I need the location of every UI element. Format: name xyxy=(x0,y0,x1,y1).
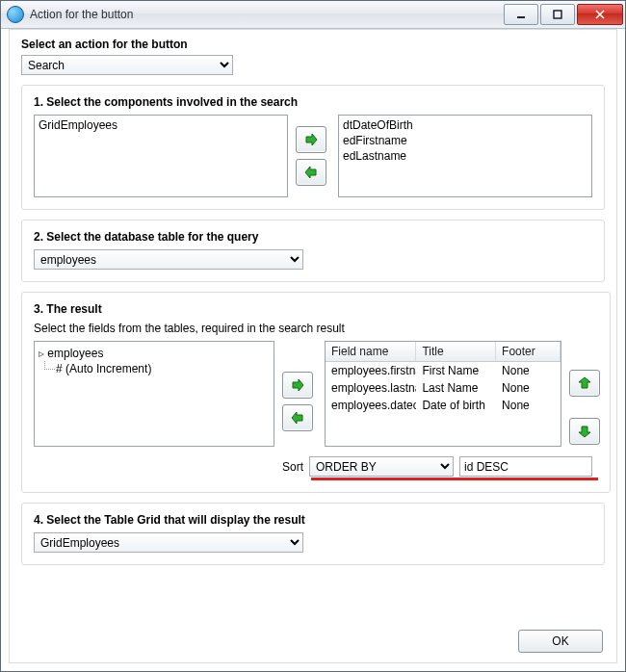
table-row[interactable]: employees.dateofbirth Date of birth None xyxy=(326,397,561,414)
section-components: 1. Select the components involved in the… xyxy=(21,85,605,210)
section3-note: Select the fields from the tables, requi… xyxy=(34,322,598,335)
cell-field: employees.dateofbirth xyxy=(326,397,416,414)
table-header: Field name Title Footer xyxy=(326,342,561,362)
col-title: Title xyxy=(416,342,496,361)
remove-field-button[interactable] xyxy=(282,404,313,431)
sort-clause-select[interactable]: ORDER BY xyxy=(309,456,454,477)
svg-rect-1 xyxy=(554,11,561,18)
section4-title: 4. Select the Table Grid that will displ… xyxy=(34,513,592,527)
minimize-button[interactable] xyxy=(504,4,538,25)
cell-title: Date of birth xyxy=(416,397,496,414)
col-footer: Footer xyxy=(496,342,561,361)
section1-title: 1. Select the components involved in the… xyxy=(34,95,592,109)
sort-value-input[interactable] xyxy=(459,456,592,477)
cell-field: employees.lastname xyxy=(326,379,416,397)
svg-rect-0 xyxy=(517,16,525,18)
cell-title: First Name xyxy=(416,362,496,379)
maximize-button[interactable] xyxy=(540,4,575,25)
tree-node-employees[interactable]: employees xyxy=(39,346,270,361)
add-field-button[interactable] xyxy=(282,372,313,399)
dialog-window: Action for the button Select an action f… xyxy=(0,0,626,672)
section-target-grid: 4. Select the Table Grid that will displ… xyxy=(21,503,605,565)
db-table-select[interactable]: employees xyxy=(34,249,303,270)
client-area: Select an action for the button Search 1… xyxy=(9,29,617,663)
section-db-table: 2. Select the database table for the que… xyxy=(21,220,605,282)
titlebar: Action for the button xyxy=(1,1,625,29)
selected-components-list[interactable]: dtDateOfBirth edFirstname edLastname xyxy=(338,115,592,197)
close-button[interactable] xyxy=(577,4,623,25)
cell-title: Last Name xyxy=(416,379,496,397)
move-up-button[interactable] xyxy=(569,370,600,397)
table-row[interactable]: employees.firstname First Name None xyxy=(326,362,561,379)
cell-field: employees.firstname xyxy=(326,362,416,379)
move-down-button[interactable] xyxy=(569,418,600,445)
tree-node-auto-increment[interactable]: # (Auto Increment) xyxy=(39,361,270,376)
available-components-list[interactable]: GridEmployees xyxy=(34,115,288,197)
section-result: 3. The result Select the fields from the… xyxy=(21,292,611,493)
sort-label: Sort xyxy=(282,460,303,474)
table-body: employees.firstname First Name None empl… xyxy=(326,362,561,446)
list-item[interactable]: GridEmployees xyxy=(39,117,283,133)
table-row[interactable]: employees.lastname Last Name None xyxy=(326,379,561,397)
list-item[interactable]: dtDateOfBirth xyxy=(343,117,587,133)
move-right-button[interactable] xyxy=(296,126,326,153)
ok-button[interactable]: OK xyxy=(518,630,603,653)
fields-tree[interactable]: employees # (Auto Increment) xyxy=(34,341,274,447)
cell-footer: None xyxy=(496,362,561,379)
cell-footer: None xyxy=(496,397,561,414)
move-left-button[interactable] xyxy=(296,159,326,186)
section3-title: 3. The result xyxy=(34,302,598,316)
app-icon xyxy=(7,6,24,23)
result-fields-table[interactable]: Field name Title Footer employees.firstn… xyxy=(325,341,561,447)
list-item[interactable]: edFirstname xyxy=(343,133,587,148)
target-grid-select[interactable]: GridEmployees xyxy=(34,532,303,553)
action-select[interactable]: Search xyxy=(21,55,233,75)
col-field: Field name xyxy=(326,342,416,361)
highlight-underline xyxy=(311,478,598,480)
section2-title: 2. Select the database table for the que… xyxy=(34,230,592,244)
cell-footer: None xyxy=(496,379,561,397)
list-item[interactable]: edLastname xyxy=(343,148,587,164)
select-action-label: Select an action for the button xyxy=(21,38,605,51)
window-title: Action for the button xyxy=(30,8,502,21)
